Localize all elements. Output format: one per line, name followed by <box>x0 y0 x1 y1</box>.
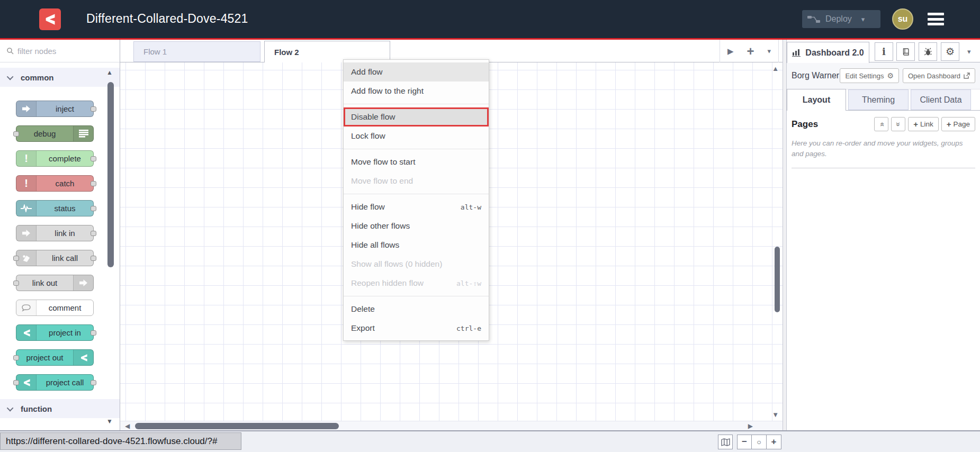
palette-node-status[interactable]: status <box>16 200 94 216</box>
open-dashboard-button[interactable]: Open Dashboard <box>903 68 975 83</box>
zoom-out-button[interactable]: − <box>737 435 752 449</box>
deploy-caret-icon[interactable]: ▾ <box>861 15 865 23</box>
palette-node-debug[interactable]: debug <box>16 125 94 142</box>
menu-item-move-flow-start[interactable]: Move flow to start <box>344 152 489 171</box>
menu-separator <box>344 149 489 149</box>
instance-title: Different-Collared-Dove-4521 <box>86 12 248 26</box>
settings-button[interactable]: ⚙ <box>941 42 959 61</box>
tab-flow-1[interactable]: Flow 1 <box>133 41 260 62</box>
tab-dashboard-2[interactable]: Dashboard 2.0 <box>787 42 869 63</box>
palette-node-inject[interactable]: inject <box>16 101 94 117</box>
comment-bubble-icon <box>16 300 37 315</box>
info-button[interactable]: i <box>875 42 893 61</box>
collapse-all-button[interactable]: » <box>874 117 888 131</box>
input-port[interactable] <box>13 380 19 385</box>
node-red-editor: Different-Collared-Dove-4521 Deploy ▾ su… <box>0 0 980 452</box>
project-icon <box>73 350 93 365</box>
map-icon <box>721 438 730 446</box>
tab-client-data[interactable]: Client Data <box>911 89 971 110</box>
palette-scroll-down-icon[interactable]: ▼ <box>106 418 113 425</box>
output-port[interactable] <box>91 330 96 336</box>
dashboard-name: Borg Warner <box>792 71 839 80</box>
menu-item-disable-flow[interactable]: Disable flow <box>344 107 489 126</box>
zoom-in-button[interactable]: + <box>767 435 781 449</box>
deploy-icon <box>807 15 820 24</box>
palette-node-link-call[interactable]: link call <box>16 250 94 266</box>
menu-item-show-all-flows: Show all flows (0 hidden) <box>344 255 489 274</box>
input-port[interactable] <box>13 256 19 261</box>
sidebar-header: Dashboard 2.0 i ⚙ ▾ <box>787 40 980 62</box>
zoom-reset-button[interactable]: ○ <box>752 435 767 449</box>
navigator-button[interactable] <box>718 435 733 449</box>
palette-scrollbar-thumb[interactable] <box>107 82 114 267</box>
info-icon: i <box>882 46 886 57</box>
project-icon <box>16 325 37 340</box>
plus-icon: + <box>771 437 777 447</box>
output-port[interactable] <box>91 181 96 186</box>
tab-layout[interactable]: Layout <box>787 89 846 111</box>
sidebar-splitter[interactable] <box>783 40 787 430</box>
debug-button[interactable] <box>919 42 937 61</box>
canvas-hscrollbar: ◀ ▶ <box>120 421 783 430</box>
output-port[interactable] <box>91 231 96 236</box>
pages-panel: Pages » » +Link +Page Here you can re-or… <box>787 111 980 430</box>
input-port[interactable] <box>13 355 19 360</box>
gear-icon: ⚙ <box>887 71 894 80</box>
deploy-button[interactable]: Deploy ▾ <box>802 10 880 28</box>
menu-item-delete[interactable]: Delete <box>344 300 489 319</box>
menu-item-export[interactable]: Exportctrl-e <box>344 319 489 338</box>
main-menu-icon[interactable] <box>928 13 944 25</box>
flow-context-menu: Add flow Add flow to the right Disable f… <box>343 59 489 341</box>
palette-category-common[interactable]: common <box>0 68 120 87</box>
menu-item-hide-all-flows[interactable]: Hide all flows <box>344 236 489 255</box>
sidebar-menu-caret-icon[interactable]: ▾ <box>967 48 971 56</box>
menu-item-hide-flow[interactable]: Hide flowalt-w <box>344 197 489 216</box>
output-port[interactable] <box>91 380 96 385</box>
palette-scroll-up-icon[interactable]: ▲ <box>106 69 113 76</box>
menu-separator <box>344 104 489 104</box>
palette-node-link-in[interactable]: link in <box>16 225 94 241</box>
input-port[interactable] <box>13 131 19 137</box>
canvas-hscrollbar-thumb[interactable] <box>135 423 339 429</box>
palette-node-complete[interactable]: ! complete <box>16 150 94 167</box>
output-port[interactable] <box>91 206 96 211</box>
flow-list-caret-icon[interactable]: ▾ <box>767 47 771 55</box>
menu-separator <box>344 296 489 296</box>
canvas-scroll-right-icon[interactable]: ▶ <box>748 422 753 430</box>
expand-all-button[interactable]: » <box>891 117 905 131</box>
help-button[interactable] <box>896 42 915 61</box>
input-port[interactable] <box>13 281 19 286</box>
palette-category-function[interactable]: function <box>0 399 120 418</box>
canvas-scroll-down-icon[interactable]: ▼ <box>772 411 779 419</box>
canvas-vscrollbar-thumb[interactable] <box>775 247 780 312</box>
user-avatar[interactable]: su <box>892 8 913 30</box>
link-arrow-icon <box>16 225 37 241</box>
menu-item-lock-flow[interactable]: Lock flow <box>344 126 489 146</box>
palette-node-comment[interactable]: comment <box>16 300 94 316</box>
palette-node-project-out[interactable]: project out <box>16 349 94 366</box>
palette-filter-input[interactable] <box>17 47 97 56</box>
palette-node-project-call[interactable]: project call <box>16 374 94 391</box>
exclamation-icon: ! <box>16 176 37 191</box>
circle-icon: ○ <box>757 438 761 446</box>
menu-item-add-flow-right[interactable]: Add flow to the right <box>344 82 489 101</box>
dashboard-project-row: Borg Warner Edit Settings ⚙ Open Dashboa… <box>787 62 980 89</box>
add-link-button[interactable]: +Link <box>908 117 939 131</box>
canvas-scroll-up-icon[interactable]: ▲ <box>772 65 779 73</box>
palette-node-project-in[interactable]: project in <box>16 324 94 341</box>
bug-icon <box>924 48 932 56</box>
next-tab-icon[interactable]: ▶ <box>727 47 734 56</box>
edit-settings-button[interactable]: Edit Settings ⚙ <box>840 68 899 83</box>
menu-separator <box>344 194 489 194</box>
output-port[interactable] <box>91 106 96 112</box>
output-port[interactable] <box>91 156 96 161</box>
add-page-button[interactable]: +Page <box>941 117 975 131</box>
menu-item-add-flow[interactable]: Add flow <box>344 62 489 82</box>
tab-theming[interactable]: Theming <box>848 89 909 110</box>
palette-node-catch[interactable]: ! catch <box>16 175 94 192</box>
palette-node-link-out[interactable]: link out <box>16 275 94 291</box>
menu-item-hide-other-flows[interactable]: Hide other flows <box>344 216 489 236</box>
canvas-scroll-left-icon[interactable]: ◀ <box>125 422 130 430</box>
add-flow-icon[interactable]: + <box>747 45 754 58</box>
output-port[interactable] <box>91 256 96 261</box>
